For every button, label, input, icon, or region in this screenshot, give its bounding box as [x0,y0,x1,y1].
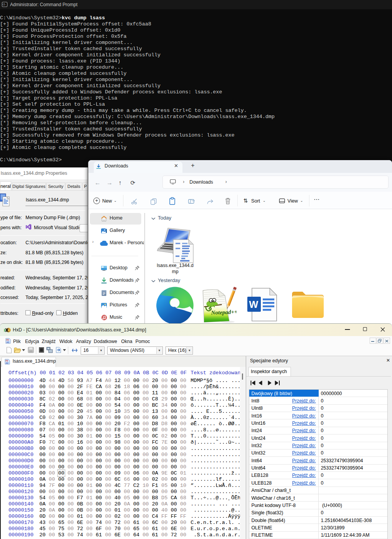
svg-text:AO: AO [6,362,9,364]
svg-text:Notepad++: Notepad++ [211,309,237,316]
svg-text:W: W [249,299,259,310]
svg-text:AO: AO [7,341,10,343]
